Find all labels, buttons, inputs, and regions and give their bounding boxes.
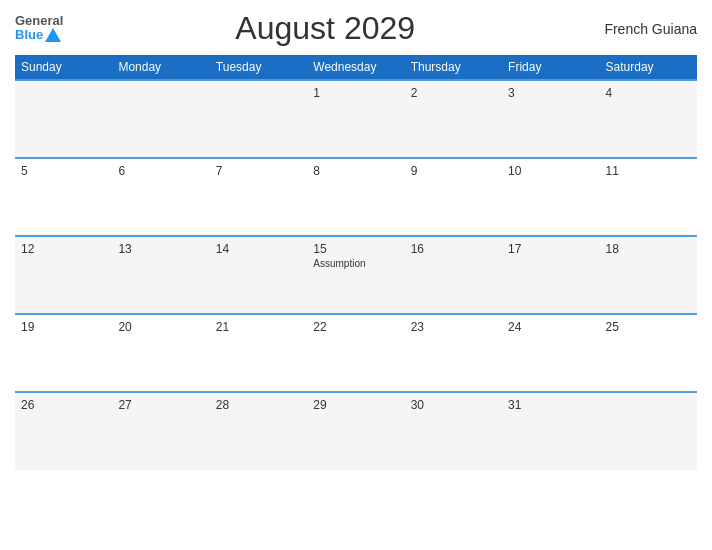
day-number: 25 <box>606 320 691 334</box>
calendar-cell: 21 <box>210 314 307 392</box>
calendar-cell <box>112 80 209 158</box>
calendar-cell: 3 <box>502 80 599 158</box>
calendar-cell: 24 <box>502 314 599 392</box>
day-number: 3 <box>508 86 593 100</box>
day-number: 6 <box>118 164 203 178</box>
calendar-cell: 4 <box>600 80 697 158</box>
day-number: 27 <box>118 398 203 412</box>
calendar-grid: Sunday Monday Tuesday Wednesday Thursday… <box>15 55 697 470</box>
calendar-cell: 22 <box>307 314 404 392</box>
day-number: 31 <box>508 398 593 412</box>
calendar-cell: 17 <box>502 236 599 314</box>
calendar-cell: 31 <box>502 392 599 470</box>
weekday-tuesday: Tuesday <box>210 55 307 80</box>
calendar-week-2: 567891011 <box>15 158 697 236</box>
logo-blue-row: Blue <box>15 28 61 43</box>
weekday-saturday: Saturday <box>600 55 697 80</box>
day-number: 4 <box>606 86 691 100</box>
calendar-cell: 25 <box>600 314 697 392</box>
logo: General Blue <box>15 14 63 43</box>
calendar-cell <box>210 80 307 158</box>
calendar-cell: 2 <box>405 80 502 158</box>
logo-general-text: General <box>15 14 63 28</box>
day-number: 19 <box>21 320 106 334</box>
calendar-cell: 12 <box>15 236 112 314</box>
calendar-cell: 16 <box>405 236 502 314</box>
day-number: 23 <box>411 320 496 334</box>
calendar-cell: 6 <box>112 158 209 236</box>
calendar-header-row: Sunday Monday Tuesday Wednesday Thursday… <box>15 55 697 80</box>
calendar-cell: 26 <box>15 392 112 470</box>
calendar-title: August 2029 <box>63 10 587 47</box>
calendar-cell: 10 <box>502 158 599 236</box>
day-number: 16 <box>411 242 496 256</box>
calendar-cell: 8 <box>307 158 404 236</box>
calendar-cell: 19 <box>15 314 112 392</box>
calendar-cell: 5 <box>15 158 112 236</box>
calendar-cell: 30 <box>405 392 502 470</box>
calendar-cell: 15Assumption <box>307 236 404 314</box>
holiday-name: Assumption <box>313 258 398 269</box>
calendar-cell <box>15 80 112 158</box>
calendar-body: 123456789101112131415Assumption161718192… <box>15 80 697 470</box>
day-number: 18 <box>606 242 691 256</box>
day-number: 22 <box>313 320 398 334</box>
calendar-cell: 18 <box>600 236 697 314</box>
calendar-cell: 29 <box>307 392 404 470</box>
weekday-wednesday: Wednesday <box>307 55 404 80</box>
calendar-cell: 28 <box>210 392 307 470</box>
calendar-container: General Blue August 2029 French Guiana S… <box>0 0 712 550</box>
day-number: 30 <box>411 398 496 412</box>
calendar-header: General Blue August 2029 French Guiana <box>15 10 697 47</box>
day-number: 29 <box>313 398 398 412</box>
day-number: 12 <box>21 242 106 256</box>
weekday-sunday: Sunday <box>15 55 112 80</box>
calendar-cell: 13 <box>112 236 209 314</box>
day-number: 15 <box>313 242 398 256</box>
day-number: 24 <box>508 320 593 334</box>
calendar-cell: 7 <box>210 158 307 236</box>
logo-triangle-icon <box>45 28 61 42</box>
calendar-cell: 20 <box>112 314 209 392</box>
calendar-week-3: 12131415Assumption161718 <box>15 236 697 314</box>
day-number: 17 <box>508 242 593 256</box>
day-number: 8 <box>313 164 398 178</box>
day-number: 11 <box>606 164 691 178</box>
day-number: 28 <box>216 398 301 412</box>
day-number: 9 <box>411 164 496 178</box>
calendar-week-4: 19202122232425 <box>15 314 697 392</box>
calendar-week-1: 1234 <box>15 80 697 158</box>
weekday-monday: Monday <box>112 55 209 80</box>
calendar-cell: 1 <box>307 80 404 158</box>
calendar-cell <box>600 392 697 470</box>
calendar-cell: 27 <box>112 392 209 470</box>
day-number: 2 <box>411 86 496 100</box>
day-number: 10 <box>508 164 593 178</box>
day-number: 1 <box>313 86 398 100</box>
day-number: 13 <box>118 242 203 256</box>
region-label: French Guiana <box>587 21 697 37</box>
calendar-cell: 23 <box>405 314 502 392</box>
day-number: 5 <box>21 164 106 178</box>
weekday-thursday: Thursday <box>405 55 502 80</box>
calendar-cell: 9 <box>405 158 502 236</box>
calendar-week-5: 262728293031 <box>15 392 697 470</box>
logo-blue-text: Blue <box>15 28 43 42</box>
day-number: 26 <box>21 398 106 412</box>
day-number: 7 <box>216 164 301 178</box>
calendar-cell: 11 <box>600 158 697 236</box>
day-number: 14 <box>216 242 301 256</box>
day-number: 21 <box>216 320 301 334</box>
weekday-friday: Friday <box>502 55 599 80</box>
calendar-cell: 14 <box>210 236 307 314</box>
day-number: 20 <box>118 320 203 334</box>
